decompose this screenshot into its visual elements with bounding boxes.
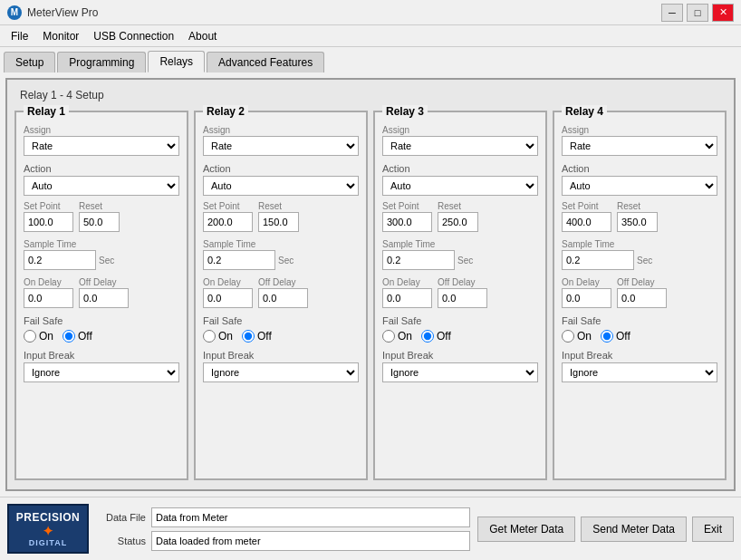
set-point-input-4[interactable] — [562, 212, 611, 232]
reset-label-1: Reset — [79, 201, 120, 211]
fail-safe-on-label-4: On — [577, 330, 592, 343]
input-break-select-4[interactable]: IgnoreEnergizeDe-energize — [562, 362, 717, 382]
reset-input-2[interactable] — [258, 212, 299, 232]
fail-safe-off-radio-3[interactable] — [421, 330, 434, 343]
data-file-input[interactable] — [151, 507, 470, 527]
fail-safe-on-option-3[interactable]: On — [382, 330, 412, 343]
fail-safe-off-radio-2[interactable] — [242, 330, 255, 343]
action-select-4[interactable]: AutoHighLowPump — [562, 176, 717, 196]
fail-safe-radio-group-2: On Off — [203, 330, 359, 343]
off-delay-input-1[interactable] — [79, 288, 129, 308]
delay-row-3: On Delay Off Delay — [382, 277, 538, 308]
footer-buttons: Get Meter Data Send Meter Data Exit — [477, 517, 734, 542]
get-meter-data-button[interactable]: Get Meter Data — [477, 517, 575, 542]
logo-symbol: ✦ — [43, 524, 53, 538]
on-delay-input-2[interactable] — [203, 288, 253, 308]
off-delay-input-2[interactable] — [258, 288, 308, 308]
off-delay-input-3[interactable] — [438, 288, 487, 308]
fail-safe-off-radio-1[interactable] — [63, 330, 75, 343]
assign-select-3[interactable]: RateTotalChannel 1Channel 2 — [382, 136, 538, 156]
sample-time-row-3: Sample Time Sec — [382, 239, 538, 270]
setpoint-item-4: Set Point — [562, 201, 611, 232]
fail-safe-on-option-1[interactable]: On — [24, 330, 53, 343]
app-icon: M — [7, 5, 22, 20]
relay-panel-4: Relay 4 Assign RateTotalChannel 1Channel… — [553, 111, 727, 480]
exit-button[interactable]: Exit — [692, 517, 734, 542]
reset-input-4[interactable] — [617, 212, 658, 232]
send-meter-data-button[interactable]: Send Meter Data — [581, 517, 687, 542]
close-button[interactable]: ✕ — [712, 4, 734, 22]
fail-safe-on-radio-3[interactable] — [382, 330, 395, 343]
maximize-button[interactable]: □ — [687, 4, 708, 22]
input-break-select-2[interactable]: IgnoreEnergizeDe-energize — [203, 362, 359, 382]
sample-time-input-1[interactable] — [24, 250, 96, 270]
input-break-select-3[interactable]: IgnoreEnergizeDe-energize — [382, 362, 538, 382]
fail-safe-on-radio-1[interactable] — [24, 330, 36, 343]
action-select-3[interactable]: AutoHighLowPump — [382, 176, 538, 196]
assign-select-1[interactable]: RateTotalChannel 1Channel 2 — [24, 136, 179, 156]
data-file-row: Data File — [96, 507, 470, 527]
reset-input-3[interactable] — [438, 212, 478, 232]
status-input[interactable] — [151, 531, 470, 551]
sample-time-row-2: Sample Time Sec — [203, 239, 359, 270]
menu-usb-connection[interactable]: USB Connection — [86, 28, 181, 44]
data-file-label: Data File — [96, 512, 146, 523]
fail-safe-off-option-4[interactable]: Off — [601, 330, 630, 343]
menu-about[interactable]: About — [181, 28, 224, 44]
sample-time-row-4: Sample Time Sec — [562, 239, 717, 270]
window-controls: ─ □ ✕ — [661, 4, 734, 22]
fail-safe-off-radio-4[interactable] — [601, 330, 613, 343]
fail-safe-off-option-3[interactable]: Off — [421, 330, 451, 343]
reset-input-1[interactable] — [79, 212, 120, 232]
fail-safe-off-label-4: Off — [616, 330, 630, 343]
sample-time-input-2[interactable] — [203, 250, 275, 270]
fail-safe-off-option-2[interactable]: Off — [242, 330, 272, 343]
sample-time-field-2: Sample Time Sec — [203, 239, 294, 270]
relay-1-title: Relay 1 — [24, 105, 69, 118]
menu-file[interactable]: File — [4, 28, 35, 44]
fail-safe-section-4: Fail Safe On Off — [562, 315, 717, 343]
setpoint-row-1: Set Point Reset — [24, 201, 179, 232]
tab-relays[interactable]: Relays — [148, 51, 205, 72]
relays-container: Relay 1 Assign RateTotalChannel 1Channel… — [14, 111, 727, 480]
reset-label-3: Reset — [438, 201, 478, 211]
input-break-select-1[interactable]: IgnoreEnergizeDe-energize — [24, 362, 179, 382]
fail-safe-on-option-4[interactable]: On — [562, 330, 592, 343]
fail-safe-on-option-2[interactable]: On — [203, 330, 233, 343]
set-point-input-1[interactable] — [24, 212, 73, 232]
tab-advanced-features[interactable]: Advanced Features — [207, 52, 324, 72]
input-break-label-3: Input Break — [382, 350, 538, 361]
set-point-input-2[interactable] — [203, 212, 253, 232]
fail-safe-on-radio-2[interactable] — [203, 330, 216, 343]
sec-label-4: Sec — [637, 256, 652, 266]
action-section-2: Action AutoHighLowPump — [203, 163, 359, 196]
sample-time-input-3[interactable] — [382, 250, 455, 270]
minimize-button[interactable]: ─ — [661, 4, 683, 22]
action-select-1[interactable]: AutoHighLowPump — [24, 176, 179, 196]
precision-digital-logo: PRECISION ✦ DIGITAL — [7, 504, 89, 554]
setpoint-row-4: Set Point Reset — [562, 201, 717, 232]
set-point-input-3[interactable] — [382, 212, 432, 232]
on-delay-input-4[interactable] — [562, 288, 611, 308]
fail-safe-on-radio-4[interactable] — [562, 330, 574, 343]
menu-monitor[interactable]: Monitor — [35, 28, 86, 44]
fail-safe-off-option-1[interactable]: Off — [63, 330, 92, 343]
sec-label-2: Sec — [278, 256, 294, 266]
assign-select-4[interactable]: RateTotalChannel 1Channel 2 — [562, 136, 717, 156]
fail-safe-on-label-2: On — [218, 330, 233, 343]
on-delay-input-1[interactable] — [24, 288, 73, 308]
relay-panel-3: Relay 3 Assign RateTotalChannel 1Channel… — [373, 111, 547, 480]
off-delay-label-2: Off Delay — [258, 277, 308, 287]
off-delay-input-4[interactable] — [617, 288, 667, 308]
input-break-section-4: Input Break IgnoreEnergizeDe-energize — [562, 350, 717, 382]
tab-programming[interactable]: Programming — [57, 52, 146, 72]
on-delay-input-3[interactable] — [382, 288, 432, 308]
assign-select-2[interactable]: RateTotalChannel 1Channel 2 — [203, 136, 359, 156]
tab-setup[interactable]: Setup — [4, 52, 55, 72]
relay-3-title: Relay 3 — [382, 105, 428, 118]
fail-safe-off-label-2: Off — [257, 330, 272, 343]
action-select-2[interactable]: AutoHighLowPump — [203, 176, 359, 196]
titlebar: M MeterView Pro ─ □ ✕ — [0, 0, 741, 25]
sample-time-input-4[interactable] — [562, 250, 634, 270]
off-delay-label-4: Off Delay — [617, 277, 667, 287]
